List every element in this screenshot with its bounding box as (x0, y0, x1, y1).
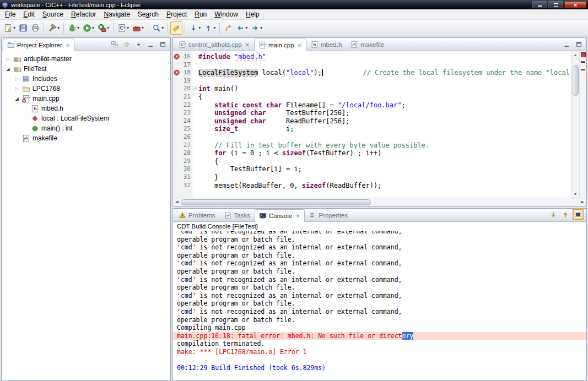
maximize-view-button[interactable] (158, 40, 168, 49)
toggle-mark-occurrences-button[interactable] (170, 21, 182, 35)
debug-button[interactable]: ▾ (66, 21, 81, 35)
dropdown-arrow-icon[interactable]: ▾ (245, 25, 247, 30)
expander-collapsed-icon[interactable]: ▷ (14, 86, 20, 91)
error-mark[interactable] (581, 69, 585, 70)
new-wizard-button[interactable]: ▾ (2, 21, 17, 35)
dropdown-arrow-icon[interactable]: ▾ (92, 25, 94, 30)
tree-item-mbed-h[interactable]: hmbed.h (2, 104, 170, 113)
previous-annotation-button[interactable]: ▾ (202, 21, 217, 35)
run-button[interactable]: ▾ (81, 21, 96, 35)
dropdown-arrow-icon[interactable]: ▾ (77, 25, 79, 30)
pinconsole-icon (574, 211, 582, 219)
code-editor[interactable]: 16#include "mbed.h"1718LocalFileSystem l… (173, 51, 571, 198)
console-output[interactable]: 'cmd' is not recognized as an internal o… (173, 231, 586, 380)
menu-edit[interactable]: Edit (19, 9, 39, 19)
titlebar[interactable]: workspace - C/C++ - FileTest/main.cpp - … (0, 0, 588, 9)
dropdown-arrow-icon[interactable]: ▾ (161, 25, 164, 30)
new-cpp-source-button[interactable]: C++▾ (116, 21, 131, 35)
tree-item-local-localfilesystem[interactable]: local : LocalFileSystem (2, 113, 170, 123)
editor-tab-mbed-h[interactable]: hmbed.h (306, 38, 346, 51)
save-button[interactable] (17, 21, 29, 35)
minimize-view-button[interactable] (146, 40, 155, 49)
close-tab-icon[interactable]: ✕ (245, 42, 250, 48)
dropdown-arrow-icon[interactable]: ▾ (57, 25, 60, 30)
tree-item-makefile[interactable]: makefile (2, 133, 170, 143)
editor-vertical-scrollbar[interactable]: ▲ ▼ (571, 51, 579, 198)
tree-item-main-cpp[interactable]: ◢C++main.cpp (2, 94, 170, 104)
tree-item-ardupilot-master[interactable]: ▷Cardupilot-master (2, 54, 170, 64)
vertical-scroll-thumb[interactable] (573, 65, 579, 96)
dropdown-arrow-icon[interactable]: ▾ (260, 25, 262, 30)
print-button[interactable] (29, 21, 41, 35)
scroll-right-icon[interactable]: ▶ (579, 198, 586, 206)
run-external-tools-button[interactable]: ▾ (96, 21, 111, 35)
overview-ruler[interactable] (579, 51, 586, 198)
dropdown-arrow-icon[interactable]: ▾ (142, 25, 144, 30)
last-edit-location-button[interactable] (222, 21, 234, 35)
error-marker-icon[interactable] (173, 69, 181, 77)
scroll-left-icon[interactable]: ◀ (173, 198, 181, 206)
forward-button[interactable]: ▾ (249, 21, 264, 35)
external-tools-button[interactable]: ▾ (131, 21, 145, 35)
tab-project-explorer[interactable]: Project Explorer ✕ (3, 39, 74, 51)
menu-search[interactable]: Search (134, 9, 163, 19)
expander-expanded-icon[interactable]: ◢ (14, 96, 20, 101)
menu-help[interactable]: Help (242, 9, 263, 19)
build-button[interactable]: ▾ (46, 21, 61, 35)
close-tab-icon[interactable]: ✕ (66, 42, 70, 48)
tree-item-lpc1768[interactable]: ▷LPC1768 (2, 84, 170, 94)
horizontal-scroll-thumb[interactable] (181, 199, 371, 205)
error-mark[interactable] (581, 61, 585, 63)
close-tab-icon[interactable]: ✕ (298, 42, 302, 48)
tab-properties[interactable]: Properties (305, 209, 352, 221)
expander-expanded-icon[interactable]: ◢ (5, 67, 11, 72)
tab-console[interactable]: Console✕ (255, 209, 305, 222)
next-annotation-button[interactable]: ▾ (187, 21, 202, 35)
close-tab-icon[interactable]: ✕ (295, 213, 300, 219)
back-button[interactable]: ▾ (234, 21, 249, 35)
editor-horizontal-scrollbar[interactable]: ◀ ▶ (173, 198, 586, 206)
tree-item-includes[interactable]: ▷Includes (2, 74, 170, 84)
menu-file[interactable]: File (1, 9, 19, 19)
maximize-editor-button[interactable] (574, 40, 584, 49)
dropdown-arrow-icon[interactable]: ▾ (127, 25, 129, 30)
tab-label: main.cpp (268, 42, 294, 48)
tree-item-main-int[interactable]: main() : int (2, 123, 170, 133)
close-button[interactable]: × (564, 1, 586, 8)
dropdown-arrow-icon[interactable]: ▾ (107, 25, 109, 30)
minimize-button[interactable] (532, 1, 547, 8)
previous-error-button[interactable] (560, 210, 570, 219)
editor-tab-main-cpp[interactable]: C++main.cpp✕ (254, 39, 306, 51)
dropdown-arrow-icon[interactable]: ▾ (198, 25, 201, 30)
view-menu-button[interactable] (134, 40, 143, 49)
menu-project[interactable]: Project (163, 9, 191, 19)
expander-collapsed-icon[interactable]: ▷ (5, 57, 11, 62)
next-error-button[interactable] (548, 210, 558, 219)
project-tree[interactable]: ▷Cardupilot-master◢CFileTest▷Includes▷LP… (2, 51, 170, 380)
menu-refactor[interactable]: Refactor (67, 9, 100, 19)
menu-navigate[interactable]: Navigate (100, 9, 133, 19)
menu-run[interactable]: Run (191, 9, 211, 19)
error-overview-indicator[interactable] (581, 52, 586, 57)
link-with-editor-button[interactable] (122, 40, 131, 49)
search-button[interactable]: ▾ (150, 21, 165, 35)
pin-console-button[interactable] (573, 209, 584, 220)
scroll-up-icon[interactable]: ▲ (571, 51, 579, 58)
tab-problems[interactable]: Problems (174, 209, 220, 221)
fold-collapse-icon[interactable] (192, 86, 198, 92)
dropdown-arrow-icon[interactable]: ▾ (213, 25, 215, 30)
error-marker-icon[interactable] (173, 53, 181, 61)
menu-source[interactable]: Source (39, 9, 67, 19)
maximize-button[interactable] (548, 1, 563, 8)
consoleic-icon (259, 212, 267, 220)
scroll-down-icon[interactable]: ▼ (571, 190, 579, 198)
editor-tab-makefile[interactable]: makefile (346, 38, 389, 51)
tab-tasks[interactable]: Tasks (220, 209, 255, 221)
tree-item-filetest[interactable]: ◢CFileTest (2, 64, 170, 74)
minimize-editor-button[interactable] (562, 40, 571, 49)
menu-window[interactable]: Window (211, 9, 242, 19)
expander-collapsed-icon[interactable]: ▷ (14, 77, 20, 81)
editor-tab-control-althold-cpp[interactable]: C++control_althold.cpp✕ (174, 38, 254, 51)
dropdown-arrow-icon[interactable]: ▾ (13, 25, 15, 30)
collapse-all-button[interactable] (110, 40, 119, 49)
